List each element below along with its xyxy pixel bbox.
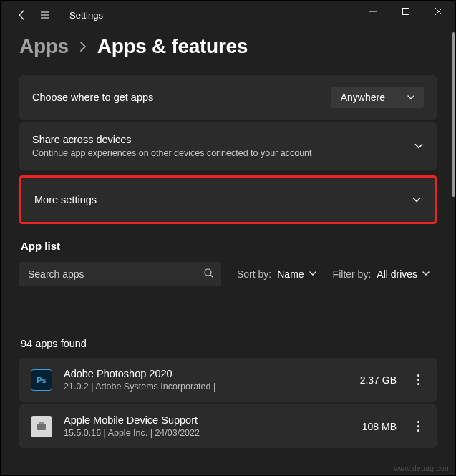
share-devices-title: Share across devices	[32, 134, 312, 145]
filter-by-label: Filter by:	[333, 268, 372, 280]
window-title: Settings	[69, 10, 103, 21]
get-apps-select-value: Anywhere	[341, 92, 385, 103]
sort-by-value: Name	[277, 268, 304, 280]
svg-rect-3	[39, 422, 44, 424]
get-apps-card[interactable]: Choose where to get apps Anywhere	[19, 75, 437, 120]
breadcrumb-parent[interactable]: Apps	[19, 35, 69, 58]
maximize-button[interactable]	[389, 1, 422, 22]
sort-by-control[interactable]: Sort by: Name	[237, 268, 317, 280]
app-row[interactable]: Apple Mobile Device Support 15.5.0.16 | …	[19, 404, 437, 448]
close-button[interactable]	[422, 1, 455, 22]
app-list-heading: App list	[21, 240, 437, 252]
app-more-button[interactable]	[409, 374, 427, 385]
sort-by-label: Sort by:	[237, 268, 271, 280]
app-row[interactable]: Ps Adobe Photoshop 2020 21.0.2 | Adobe S…	[19, 358, 437, 402]
search-icon	[203, 268, 214, 281]
more-settings-card[interactable]: More settings	[19, 175, 437, 224]
app-meta: 15.5.0.16 | Apple Inc. | 24/03/2022	[64, 428, 362, 438]
scrollbar-thumb[interactable]	[452, 32, 455, 197]
chevron-down-icon	[407, 93, 415, 102]
app-name: Adobe Photoshop 2020	[64, 368, 360, 379]
menu-button[interactable]	[34, 4, 57, 26]
get-apps-select[interactable]: Anywhere	[331, 87, 424, 108]
search-apps-box[interactable]	[19, 262, 221, 286]
breadcrumb: Apps Apps & features	[19, 35, 437, 58]
svg-point-1	[205, 269, 211, 276]
chevron-down-icon	[422, 268, 430, 280]
filter-by-value: All drives	[377, 268, 417, 280]
svg-rect-0	[403, 9, 409, 15]
app-more-button[interactable]	[409, 421, 427, 432]
page-title: Apps & features	[97, 35, 248, 58]
more-settings-title: More settings	[34, 194, 97, 205]
get-apps-title: Choose where to get apps	[32, 92, 153, 103]
filter-by-control[interactable]: Filter by: All drives	[333, 268, 430, 280]
photoshop-icon: Ps	[31, 369, 52, 391]
minimize-button[interactable]	[356, 1, 389, 22]
chevron-right-icon	[79, 42, 87, 52]
share-devices-card[interactable]: Share across devices Continue app experi…	[19, 122, 437, 170]
chevron-down-icon	[414, 141, 424, 151]
app-meta: 21.0.2 | Adobe Systems Incorporated |	[64, 382, 360, 392]
app-size: 108 MB	[362, 421, 397, 432]
app-name: Apple Mobile Device Support	[64, 414, 362, 426]
svg-rect-2	[37, 424, 46, 430]
back-button[interactable]	[11, 4, 34, 26]
chevron-down-icon	[309, 268, 317, 280]
app-count: 94 apps found	[21, 338, 437, 349]
search-apps-input[interactable]	[28, 268, 203, 280]
app-size: 2.37 GB	[360, 374, 397, 386]
apple-icon	[31, 416, 52, 437]
watermark: www.deuag.com	[394, 465, 451, 472]
chevron-down-icon	[412, 195, 422, 205]
share-devices-subtitle: Continue app experiences on other device…	[32, 148, 312, 158]
